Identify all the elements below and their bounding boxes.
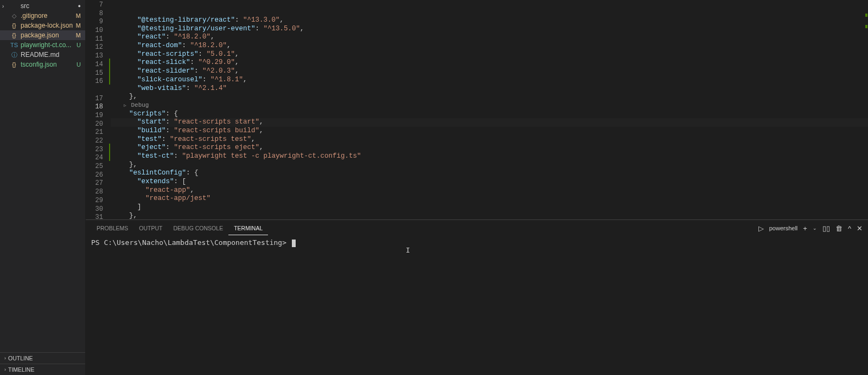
file-item-src[interactable]: ›src● bbox=[0, 1, 85, 11]
chevron-down-icon[interactable]: ⌄ bbox=[813, 225, 817, 231]
git-status-badge: M bbox=[76, 22, 83, 29]
shell-label[interactable]: powershell bbox=[769, 225, 798, 231]
kill-terminal-icon[interactable]: 🗑 bbox=[835, 224, 843, 232]
code-line[interactable]: "@testing-library/react": "^13.3.0", bbox=[111, 16, 868, 25]
code-line[interactable]: "react-dom": "^18.2.0", bbox=[111, 42, 868, 50]
file-list: ›src●◇.gitignoreM{}package-lock.jsonM{}p… bbox=[0, 0, 85, 352]
bottom-panel: PROBLEMSOUTPUTDEBUG CONSOLETERMINAL ▷ po… bbox=[86, 219, 868, 375]
maximize-panel-icon[interactable]: ^ bbox=[848, 224, 851, 232]
file-name-label: README.md bbox=[21, 51, 83, 59]
code-line[interactable]: "build": "react-scripts build", bbox=[111, 127, 868, 135]
code-line[interactable]: "react-scripts": "5.0.1", bbox=[111, 50, 868, 59]
panel-actions: ▷ powershell + ⌄ ▯▯ 🗑 ^ ✕ bbox=[758, 224, 863, 232]
file-name-label: playwright-ct.co... bbox=[21, 41, 76, 49]
code-area[interactable]: "@testing-library/react": "^13.3.0", "@t… bbox=[111, 0, 868, 219]
terminal-prompt: PS C:\Users\Nacho\LambdaTest\ComponentTe… bbox=[91, 238, 286, 247]
panel-tab-output[interactable]: OUTPUT bbox=[133, 222, 168, 235]
file-explorer-sidebar: ›src●◇.gitignoreM{}package-lock.jsonM{}p… bbox=[0, 0, 86, 375]
close-panel-icon[interactable]: ✕ bbox=[857, 224, 863, 232]
terminal-profile-icon[interactable]: ▷ bbox=[758, 224, 764, 232]
git-status-badge: U bbox=[76, 61, 83, 68]
file-type-icon: {} bbox=[10, 61, 18, 68]
chevron-right-icon: › bbox=[4, 355, 6, 361]
code-line[interactable]: "start": "react-scripts start", bbox=[111, 118, 868, 127]
file-name-label: .gitignore bbox=[21, 12, 76, 20]
file-item-package-json[interactable]: {}package.jsonM bbox=[0, 30, 85, 40]
git-status-badge: M bbox=[76, 32, 83, 38]
file-item--gitignore[interactable]: ◇.gitignoreM bbox=[0, 11, 85, 21]
panel-tab-debug-console[interactable]: DEBUG CONSOLE bbox=[168, 222, 229, 235]
file-type-icon: TS bbox=[10, 42, 18, 48]
git-gutter-modified bbox=[109, 152, 110, 161]
code-line[interactable]: "@testing-library/user-event": "^13.5.0"… bbox=[111, 25, 868, 34]
text-cursor-icon: I bbox=[406, 246, 406, 256]
git-status-badge: M bbox=[76, 12, 83, 19]
terminal-cursor bbox=[292, 240, 296, 247]
codelens-debug[interactable]: ▷ Debug bbox=[111, 101, 868, 110]
new-terminal-icon[interactable]: + bbox=[803, 224, 807, 232]
terminal-body[interactable]: PS C:\Users\Nacho\LambdaTest\ComponentTe… bbox=[86, 236, 868, 375]
chevron-right-icon: › bbox=[4, 367, 6, 372]
code-line[interactable]: "extends": [ bbox=[111, 178, 868, 186]
line-number-gutter: 78910111213141516 1718192021222324252627… bbox=[86, 0, 111, 219]
code-line[interactable]: }, bbox=[111, 212, 868, 219]
git-status-badge: U bbox=[76, 42, 83, 48]
file-item-playwright-ct-co---[interactable]: TSplaywright-ct.co...U bbox=[0, 40, 85, 50]
code-line[interactable]: "test": "react-scripts test", bbox=[111, 135, 868, 144]
code-line[interactable]: "eject": "react-scripts eject", bbox=[111, 144, 868, 152]
split-terminal-icon[interactable]: ▯▯ bbox=[822, 224, 830, 232]
code-line[interactable]: }, bbox=[111, 93, 868, 101]
outline-section[interactable]: › OUTLINE bbox=[0, 352, 85, 364]
code-line[interactable]: "eslintConfig": { bbox=[111, 169, 868, 178]
editor-pane: 78910111213141516 1718192021222324252627… bbox=[86, 0, 868, 219]
file-type-icon: {} bbox=[10, 32, 18, 38]
outline-label: OUTLINE bbox=[8, 355, 33, 361]
code-line[interactable]: "react-slick": "^0.29.0", bbox=[111, 59, 868, 67]
chevron-right-icon: › bbox=[2, 3, 4, 9]
minimap-scrollbar[interactable] bbox=[861, 0, 868, 219]
code-line[interactable]: ] bbox=[111, 203, 868, 212]
panel-tab-terminal[interactable]: TERMINAL bbox=[228, 222, 268, 235]
git-gutter-modified bbox=[109, 76, 110, 85]
code-line[interactable]: "test-ct": "playwright test -c playwrigh… bbox=[111, 152, 868, 161]
file-name-label: package.json bbox=[21, 31, 76, 39]
code-line[interactable]: "react-app/jest" bbox=[111, 195, 868, 203]
file-name-label: package-lock.json bbox=[21, 22, 76, 29]
code-line[interactable]: "react-slider": "^2.0.3", bbox=[111, 67, 868, 76]
file-type-icon: {} bbox=[10, 22, 18, 29]
code-line[interactable]: "web-vitals": "^2.1.4" bbox=[111, 85, 868, 93]
file-type-icon: ◇ bbox=[10, 12, 18, 20]
file-item-tsconfig-json[interactable]: {}tsconfig.jsonU bbox=[0, 60, 85, 69]
code-line[interactable]: "react": "^18.2.0", bbox=[111, 33, 868, 42]
file-item-package-lock-json[interactable]: {}package-lock.jsonM bbox=[0, 21, 85, 30]
git-status-badge: ● bbox=[78, 3, 83, 9]
timeline-section[interactable]: › TIMELINE bbox=[0, 364, 85, 375]
file-name-label: src bbox=[21, 2, 78, 10]
git-gutter-modified bbox=[109, 67, 110, 76]
panel-tab-problems[interactable]: PROBLEMS bbox=[91, 222, 133, 235]
file-item-readme-md[interactable]: ⓘREADME.md bbox=[0, 50, 85, 60]
file-name-label: tsconfig.json bbox=[21, 61, 76, 68]
code-line[interactable]: "slick-carousel": "^1.8.1", bbox=[111, 76, 868, 85]
minimap-change-marker bbox=[865, 25, 867, 28]
git-gutter-modified bbox=[109, 59, 110, 67]
code-line[interactable]: "scripts": { bbox=[111, 110, 868, 119]
panel-tab-bar: PROBLEMSOUTPUTDEBUG CONSOLETERMINAL ▷ po… bbox=[86, 220, 868, 236]
git-gutter-modified bbox=[109, 144, 110, 152]
timeline-label: TIMELINE bbox=[8, 366, 34, 373]
file-type-icon: ⓘ bbox=[10, 51, 18, 59]
code-line[interactable]: }, bbox=[111, 161, 868, 170]
minimap-change-marker bbox=[865, 14, 867, 17]
code-line[interactable]: "react-app", bbox=[111, 186, 868, 195]
main-area: 78910111213141516 1718192021222324252627… bbox=[86, 0, 868, 375]
